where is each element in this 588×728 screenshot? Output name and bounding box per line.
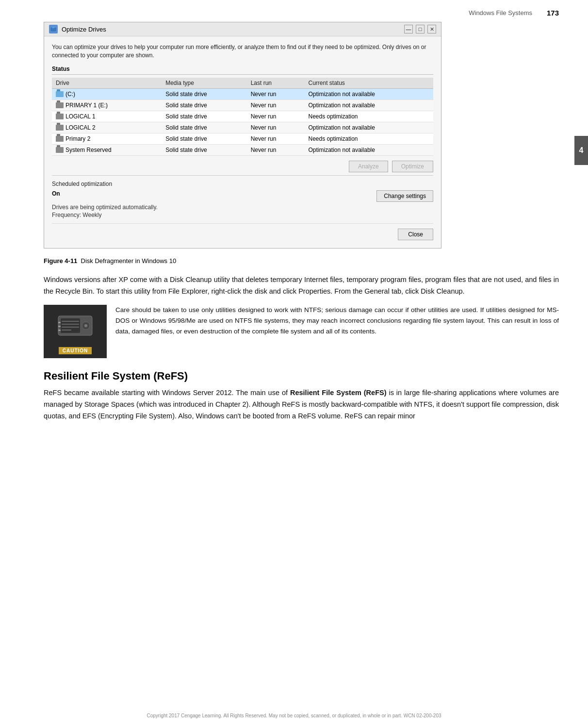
col-current-status: Current status xyxy=(304,78,433,89)
footer-text: Copyright 2017 Cengage Learning. All Rig… xyxy=(147,713,441,718)
media-type-cell: Solid state drive xyxy=(162,133,246,144)
media-type-cell: Solid state drive xyxy=(162,122,246,133)
close-button[interactable]: ✕ xyxy=(427,25,436,33)
scheduled-description: Drives are being optimized automatically… xyxy=(52,204,433,211)
drive-cell: LOGICAL 2 xyxy=(52,122,162,133)
paragraph-1: Windows versions after XP come with a Di… xyxy=(44,274,559,298)
col-last-run: Last run xyxy=(247,78,305,89)
svg-rect-7 xyxy=(62,324,79,325)
svg-rect-9 xyxy=(62,330,71,331)
svg-point-5 xyxy=(84,324,87,327)
figure-label: Figure 4-11 xyxy=(44,257,77,265)
maximize-button[interactable]: □ xyxy=(416,25,425,33)
last-run-cell: Never run xyxy=(247,111,305,122)
last-run-cell: Never run xyxy=(247,99,305,111)
change-settings-button[interactable]: Change settings xyxy=(376,190,433,202)
current-status-cell: Needs optimization xyxy=(304,111,433,122)
caution-illustration xyxy=(44,306,107,345)
caution-label-badge: CAUTION xyxy=(59,347,92,354)
chapter-title: Windows File Systems xyxy=(469,9,532,17)
window-title: Optimize Drives xyxy=(62,26,106,33)
status-label: Status xyxy=(52,66,433,75)
paragraph-2: ReFS became available starting with Wind… xyxy=(44,387,559,422)
drive-cell: System Reserved xyxy=(52,144,162,155)
svg-rect-8 xyxy=(62,327,79,328)
media-type-cell: Solid state drive xyxy=(162,99,246,111)
page-header: Windows File Systems 173 xyxy=(0,0,588,22)
close-window-button[interactable]: Close xyxy=(398,229,433,240)
analyze-optimize-row: Analyze Optimize xyxy=(52,161,433,172)
optimize-button[interactable]: Optimize xyxy=(392,161,433,172)
svg-rect-0 xyxy=(51,28,56,31)
svg-rect-11 xyxy=(58,326,61,327)
minimize-button[interactable]: — xyxy=(404,25,413,33)
optimize-drives-window: Optimize Drives — □ ✕ You can optimize y… xyxy=(44,22,441,248)
last-run-cell: Never run xyxy=(247,133,305,144)
window-controls[interactable]: — □ ✕ xyxy=(404,25,436,33)
drive-table-row[interactable]: System ReservedSolid state driveNever ru… xyxy=(52,144,433,155)
last-run-cell: Never run xyxy=(247,144,305,155)
svg-rect-3 xyxy=(61,318,80,333)
drive-cell: (C:) xyxy=(52,88,162,99)
figure-caption: Figure 4-11 Disk Defragmenter in Windows… xyxy=(44,257,559,265)
svg-rect-6 xyxy=(62,321,79,322)
chapter-tab: 4 xyxy=(574,136,588,165)
current-status-cell: Needs optimization xyxy=(304,133,433,144)
window-body: You can optimize your drives to help you… xyxy=(44,36,441,248)
media-type-cell: Solid state drive xyxy=(162,88,246,99)
window-app-icon xyxy=(49,25,58,33)
page-footer: Copyright 2017 Cengage Learning. All Rig… xyxy=(0,713,588,718)
drive-table-row[interactable]: (C:)Solid state driveNever runOptimizati… xyxy=(52,88,433,99)
drive-table-row[interactable]: Primary 2Solid state driveNever runNeeds… xyxy=(52,133,433,144)
drive-cell: PRIMARY 1 (E:) xyxy=(52,99,162,111)
close-row: Close xyxy=(52,223,433,243)
window-titlebar: Optimize Drives — □ ✕ xyxy=(44,22,441,36)
svg-rect-1 xyxy=(52,27,55,28)
drive-cell: Primary 2 xyxy=(52,133,162,144)
analyze-button[interactable]: Analyze xyxy=(349,161,388,172)
section-heading-refs: Resilient File System (ReFS) xyxy=(44,370,559,382)
paragraph-2-start: ReFS became available starting with Wind… xyxy=(44,389,559,420)
caution-text: Care should be taken to use only utiliti… xyxy=(115,305,559,336)
current-status-cell: Optimization not available xyxy=(304,88,433,99)
page-number: 173 xyxy=(547,9,559,17)
current-status-cell: Optimization not available xyxy=(304,122,433,133)
svg-rect-12 xyxy=(58,330,61,331)
drive-table-row[interactable]: PRIMARY 1 (E:)Solid state driveNever run… xyxy=(52,99,433,111)
drive-table-header: Drive Media type Last run Current status xyxy=(52,78,433,89)
scheduled-status: On xyxy=(52,190,60,197)
scheduled-frequency: Frequency: Weekly xyxy=(52,212,433,218)
content-area: Optimize Drives — □ ✕ You can optimize y… xyxy=(0,22,588,422)
scheduled-label: Scheduled optimization xyxy=(52,181,433,187)
col-drive: Drive xyxy=(52,78,162,89)
media-type-cell: Solid state drive xyxy=(162,111,246,122)
scheduled-optimization-section: Scheduled optimization On Change setting… xyxy=(52,175,433,218)
drive-table-row[interactable]: LOGICAL 2Solid state driveNever runOptim… xyxy=(52,122,433,133)
caution-box: CAUTION Care should be taken to use only… xyxy=(44,305,559,358)
scheduled-on-row: On Change settings xyxy=(52,190,433,202)
current-status-cell: Optimization not available xyxy=(304,144,433,155)
window-description: You can optimize your drives to help you… xyxy=(52,43,433,60)
figure-caption-text: Disk Defragmenter in Windows 10 xyxy=(81,257,177,265)
last-run-cell: Never run xyxy=(247,88,305,99)
last-run-cell: Never run xyxy=(247,122,305,133)
caution-image: CAUTION xyxy=(44,305,107,358)
col-media-type: Media type xyxy=(162,78,246,89)
drive-table: Drive Media type Last run Current status… xyxy=(52,78,433,156)
svg-rect-10 xyxy=(58,322,61,323)
current-status-cell: Optimization not available xyxy=(304,99,433,111)
window-title-left: Optimize Drives xyxy=(49,25,106,33)
drive-cell: LOGICAL 1 xyxy=(52,111,162,122)
drive-table-body: (C:)Solid state driveNever runOptimizati… xyxy=(52,88,433,155)
media-type-cell: Solid state drive xyxy=(162,144,246,155)
drive-table-row[interactable]: LOGICAL 1Solid state driveNever runNeeds… xyxy=(52,111,433,122)
